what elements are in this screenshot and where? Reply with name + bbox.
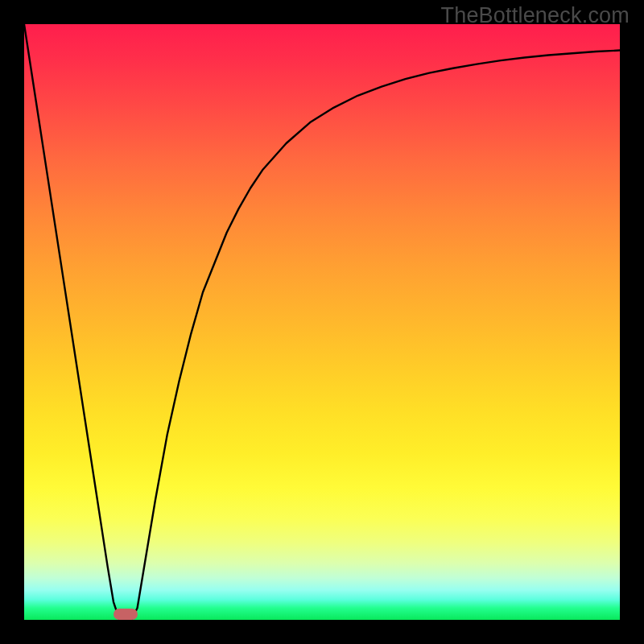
chart-container: TheBottleneck.com <box>0 0 644 644</box>
plot-area <box>24 24 620 620</box>
bottleneck-curve <box>24 24 620 620</box>
optimal-marker <box>114 609 138 620</box>
